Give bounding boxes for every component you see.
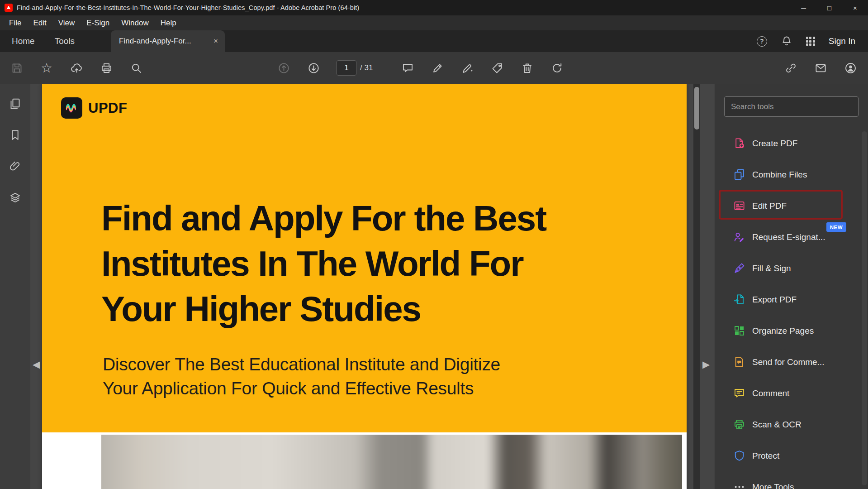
page-thumbnails-button[interactable] bbox=[9, 98, 21, 110]
tool-send-for-comments[interactable]: Send for Comme... bbox=[715, 346, 868, 378]
send-email-button[interactable] bbox=[814, 61, 827, 75]
delete-pages-button[interactable] bbox=[520, 61, 534, 75]
tool-label: Create PDF bbox=[752, 139, 797, 149]
tools-list: Create PDF Combine Files Edit PDF Reques… bbox=[715, 128, 868, 489]
menu-help[interactable]: Help bbox=[155, 15, 182, 30]
apps-grid-icon[interactable] bbox=[806, 37, 815, 46]
tool-label: Export PDF bbox=[752, 295, 797, 305]
search-tools-input[interactable] bbox=[724, 96, 859, 117]
cloud-upload-icon bbox=[71, 62, 83, 74]
next-page-button[interactable] bbox=[307, 61, 320, 75]
tools-panel: Create PDF Combine Files Edit PDF Reques… bbox=[715, 84, 868, 489]
layers-button[interactable] bbox=[9, 192, 21, 204]
highlight-button[interactable] bbox=[431, 61, 444, 75]
close-button[interactable]: × bbox=[842, 0, 868, 15]
page-number-input[interactable] bbox=[337, 60, 356, 76]
toolbar-center-group: / 31 bbox=[277, 52, 580, 84]
magnifier-icon bbox=[130, 62, 142, 74]
updf-logo: UPDF bbox=[61, 97, 127, 119]
heading-line-2: Institutes In The World For bbox=[101, 241, 546, 286]
sign-button[interactable] bbox=[460, 61, 474, 75]
tab-document-label: Find-and-Apply-For... bbox=[119, 37, 191, 46]
tool-label: Organize Pages bbox=[752, 326, 814, 336]
pdf-photo bbox=[101, 435, 682, 489]
menubar: File Edit View E-Sign Window Help bbox=[0, 15, 868, 30]
help-icon[interactable]: ? bbox=[757, 36, 767, 47]
subtitle-line-1: Discover The Best Educational Institute … bbox=[103, 352, 500, 376]
save-button[interactable] bbox=[10, 61, 24, 75]
print-button[interactable] bbox=[100, 61, 113, 75]
stamp-tag-icon bbox=[491, 62, 503, 74]
find-button[interactable] bbox=[129, 61, 143, 75]
tab-close-icon[interactable]: × bbox=[213, 37, 218, 46]
envelope-icon bbox=[815, 62, 827, 74]
menu-view[interactable]: View bbox=[52, 15, 81, 30]
add-comment-button[interactable] bbox=[401, 61, 414, 75]
menu-edit[interactable]: Edit bbox=[27, 15, 52, 30]
tools-panel-scrollbar[interactable] bbox=[862, 131, 867, 485]
tool-more-tools[interactable]: More Tools bbox=[715, 471, 868, 489]
pdf-heading: Find and Apply For the Best Institutes I… bbox=[101, 196, 546, 331]
cloud-upload-button[interactable] bbox=[70, 61, 83, 75]
main-body: UPDF Find and Apply For the Best Institu… bbox=[0, 84, 868, 489]
tool-label: Edit PDF bbox=[752, 201, 787, 211]
attachments-button[interactable] bbox=[9, 160, 21, 173]
acrobat-logo-icon bbox=[5, 4, 13, 12]
rotate-pages-button[interactable] bbox=[550, 61, 564, 75]
combine-files-icon bbox=[733, 168, 745, 181]
tool-organize-pages[interactable]: Organize Pages bbox=[715, 315, 868, 346]
updf-logo-text: UPDF bbox=[88, 100, 127, 116]
tool-fill-sign[interactable]: Fill & Sign bbox=[715, 253, 868, 284]
document-viewport: UPDF Find and Apply For the Best Institu… bbox=[30, 84, 715, 489]
tool-edit-pdf[interactable]: Edit PDF bbox=[715, 190, 868, 221]
tab-document[interactable]: Find-and-Apply-For... × bbox=[111, 30, 225, 52]
tab-home[interactable]: Home bbox=[2, 30, 45, 52]
marker-pen-icon bbox=[432, 62, 444, 74]
rotate-icon bbox=[551, 62, 563, 74]
tool-label: Comment bbox=[752, 388, 789, 398]
maximize-button[interactable]: □ bbox=[816, 0, 842, 15]
organize-pages-icon bbox=[733, 325, 745, 337]
notifications-bell-icon[interactable] bbox=[781, 35, 792, 47]
tool-export-pdf[interactable]: Export PDF bbox=[715, 284, 868, 315]
link-icon bbox=[785, 62, 797, 74]
print-icon bbox=[100, 62, 113, 74]
heading-line-1: Find and Apply For the Best bbox=[101, 196, 546, 241]
tool-scan-ocr[interactable]: Scan & OCR bbox=[715, 409, 868, 440]
tool-label: Scan & OCR bbox=[752, 420, 802, 430]
document-scrollbar[interactable] bbox=[693, 84, 700, 489]
menu-file[interactable]: File bbox=[3, 15, 27, 30]
subtitle-line-2: Your Application For Quick and Effective… bbox=[103, 376, 500, 400]
comment-icon bbox=[733, 387, 745, 399]
window-controls: ─ □ × bbox=[791, 0, 868, 15]
pdf-page: UPDF Find and Apply For the Best Institu… bbox=[42, 84, 687, 489]
tool-label: Request E-signat... bbox=[752, 232, 825, 242]
tool-create-pdf[interactable]: Create PDF bbox=[715, 128, 868, 159]
page-down-icon bbox=[308, 62, 320, 74]
share-link-button[interactable] bbox=[784, 61, 797, 75]
star-button[interactable]: ☆ bbox=[40, 61, 53, 75]
toolbar-left-group: ☆ bbox=[10, 52, 159, 84]
sign-in-button[interactable]: Sign In bbox=[829, 36, 855, 46]
bookmarks-button[interactable] bbox=[9, 129, 21, 141]
tool-combine-files[interactable]: Combine Files bbox=[715, 159, 868, 190]
trash-icon bbox=[521, 62, 533, 74]
previous-page-arrow[interactable]: ◀ bbox=[31, 359, 42, 370]
tool-comment[interactable]: Comment bbox=[715, 378, 868, 409]
next-page-arrow[interactable]: ▶ bbox=[701, 359, 711, 370]
document-scrollbar-thumb[interactable] bbox=[694, 87, 699, 129]
signature-pen-icon bbox=[461, 62, 474, 74]
account-button[interactable] bbox=[844, 61, 857, 75]
tool-label: Send for Comme... bbox=[752, 357, 824, 367]
minimize-button[interactable]: ─ bbox=[791, 0, 816, 15]
tabbar-right-actions: ? Sign In bbox=[757, 30, 868, 52]
menu-esign[interactable]: E-Sign bbox=[81, 15, 115, 30]
tab-tools[interactable]: Tools bbox=[45, 30, 85, 52]
tool-label: More Tools bbox=[752, 482, 794, 489]
previous-page-button[interactable] bbox=[277, 61, 290, 75]
tool-protect[interactable]: Protect bbox=[715, 440, 868, 471]
pdf-subtitle: Discover The Best Educational Institute … bbox=[103, 352, 500, 400]
stamp-button[interactable] bbox=[490, 61, 504, 75]
menu-window[interactable]: Window bbox=[115, 15, 154, 30]
tool-label: Combine Files bbox=[752, 170, 807, 180]
